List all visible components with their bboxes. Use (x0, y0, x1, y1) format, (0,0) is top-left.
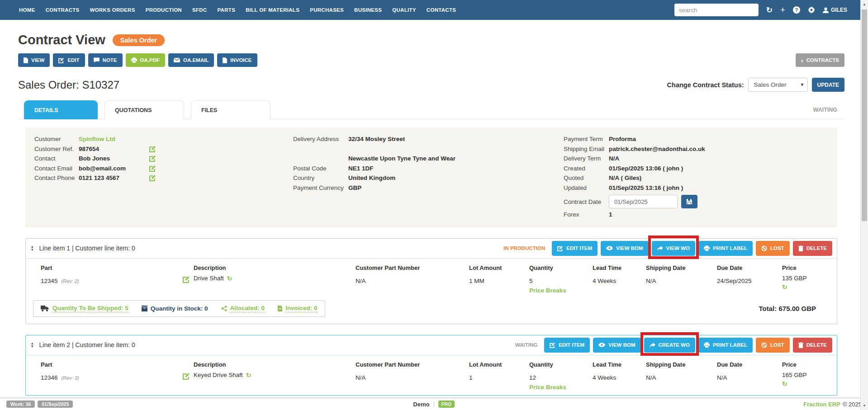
demo-label: Demo (413, 401, 430, 408)
nav-purchases[interactable]: PURCHASES (310, 7, 344, 13)
drag-sort-handle-icon[interactable]: ▴ ▾ (31, 245, 33, 251)
create-wo-button[interactable]: CREATE WO (644, 338, 695, 353)
view-wo-button[interactable]: VIEW WO (652, 241, 695, 256)
edit-item-button[interactable]: EDIT ITEM (552, 241, 598, 256)
line-item-status: WAITING (515, 342, 537, 348)
payment-term-label: Payment Term (564, 136, 609, 142)
view-bom-button[interactable]: VIEW BOM (601, 241, 648, 256)
tab-quotations[interactable]: QUOTATIONS (104, 100, 184, 119)
line-item-2: ▴ ▾ Line item 2 | Customer line item: 0 … (25, 335, 837, 396)
help-icon[interactable]: ? (793, 6, 800, 14)
allocated-link[interactable]: Allocated: 0 (230, 305, 265, 312)
refresh-icon[interactable]: ↻ (766, 5, 773, 15)
main-menu: HOME CONTRACTS WORKS ORDERS PRODUCTION S… (19, 7, 456, 13)
back-to-contracts-button[interactable]: ‹ CONTRACTS (796, 53, 844, 67)
edit-part-icon[interactable] (183, 276, 194, 283)
sync-price-icon[interactable]: ↻ (782, 283, 831, 291)
price-breaks-link[interactable]: Price Breaks (529, 384, 566, 391)
scroll-up-arrow-icon[interactable]: ▲ (861, 2, 868, 6)
print-label-button[interactable]: PRINT LABEL (698, 241, 753, 256)
edit-contact-phone-icon[interactable] (149, 174, 156, 181)
edit-customer-ref-icon[interactable] (149, 146, 156, 152)
file-icon (24, 57, 28, 63)
sync-description-icon[interactable]: ↻ (227, 275, 232, 282)
edit-contact-email-icon[interactable] (149, 165, 156, 172)
sync-description-icon[interactable]: ↻ (246, 372, 251, 379)
nav-home[interactable]: HOME (19, 7, 35, 13)
contact-phone-label: Contact Phone (34, 174, 79, 181)
file-icon (223, 57, 227, 63)
oa-email-button[interactable]: OA.EMAIL (168, 53, 214, 67)
oa-pdf-button[interactable]: OA.PDF (126, 53, 165, 67)
drag-sort-handle-icon[interactable]: ▴ ▾ (31, 342, 33, 348)
line-item-1: ▴ ▾ Line item 1 | Customer line item: 0 … (25, 238, 837, 324)
col-header-part: Part (41, 264, 194, 271)
copyright-text: © 2025 (843, 401, 862, 408)
quantity-to-be-shipped-link[interactable]: Quantity To Be Shipped: 5 (52, 305, 128, 312)
view-button[interactable]: VIEW (18, 53, 50, 67)
update-status-button[interactable]: UPDATE (812, 78, 844, 92)
edit-item-button[interactable]: EDIT ITEM (544, 338, 590, 353)
col-header-shipping-date: Shipping Date (646, 264, 717, 271)
nav-parts[interactable]: PARTS (218, 7, 236, 13)
delete-button[interactable]: DELETE (793, 338, 832, 353)
customer-link[interactable]: Spinflow Ltd (79, 136, 147, 142)
contract-date-input[interactable] (609, 195, 678, 208)
print-label-button[interactable]: PRINT LABEL (698, 338, 753, 353)
tab-files[interactable]: FILES (191, 100, 270, 119)
part-description: Drive Shaft (194, 275, 224, 282)
settings-gear-icon[interactable] (808, 6, 815, 14)
lost-button[interactable]: LOST (756, 241, 790, 256)
customer-details: Customer Spinflow Ltd Customer Ref. 9876… (34, 134, 293, 220)
note-button[interactable]: NOTE (88, 53, 123, 67)
payment-details: Payment Term Proforma Shipping Email pat… (564, 134, 828, 220)
edit-pencil-icon (550, 342, 555, 348)
nav-bill-of-materials[interactable]: BILL OF MATERIALS (246, 7, 299, 13)
tab-details[interactable]: DETAILS (24, 100, 98, 119)
line-item-stats: Quantity To Be Shipped: 5 Quantity in St… (33, 300, 325, 317)
nav-sfdc[interactable]: SFDC (192, 7, 207, 13)
quantity-in-stock-text: Quantity in Stock: 0 (151, 305, 208, 312)
customer-part-number-value: N/A (356, 278, 469, 284)
invoiced-link[interactable]: Invoiced: 0 (285, 305, 318, 312)
save-contract-date-button[interactable] (681, 195, 697, 208)
contact-phone-value: 0121 123 4567 (79, 174, 147, 181)
postal-code-value: NE1 1DF (348, 165, 374, 172)
search-input[interactable] (674, 4, 759, 16)
add-icon[interactable]: + (780, 5, 785, 15)
brand-name: Fraction ERP (803, 401, 840, 408)
customer-ref-label: Customer Ref. (34, 146, 79, 152)
user-menu[interactable]: GILES (823, 7, 847, 13)
printer-icon (704, 342, 710, 348)
edit-button[interactable]: EDIT (53, 53, 85, 67)
col-header-lot-amount: Lot Amount (469, 264, 529, 271)
user-icon (823, 7, 829, 13)
scrollbar-thumb[interactable] (862, 9, 867, 221)
nav-quality[interactable]: QUALITY (392, 7, 416, 13)
edit-contact-icon[interactable] (149, 155, 156, 162)
col-header-customer-part-number: Customer Part Number (356, 264, 469, 271)
price-breaks-link[interactable]: Price Breaks (529, 287, 566, 294)
nav-contacts[interactable]: CONTACTS (427, 7, 456, 13)
nav-business[interactable]: BUSINESS (354, 7, 382, 13)
part-revision: (Rev: 2) (61, 278, 79, 284)
stock-box-icon (142, 306, 147, 311)
change-contract-status: Change Contract Status: Sales Order ▾ UP… (667, 78, 844, 92)
eye-icon (606, 246, 613, 250)
edit-part-icon[interactable] (183, 372, 194, 380)
nav-contracts[interactable]: CONTRACTS (46, 7, 80, 13)
nav-production[interactable]: PRODUCTION (146, 7, 182, 13)
sync-price-icon[interactable]: ↻ (782, 380, 831, 387)
footer-divider (434, 401, 434, 407)
quantity-value: 5 (529, 278, 593, 284)
delete-button[interactable]: DELETE (793, 241, 832, 256)
lost-button[interactable]: LOST (756, 338, 790, 353)
edit-pencil-icon (557, 245, 563, 251)
scroll-down-arrow-icon[interactable]: ▼ (861, 404, 868, 408)
view-bom-button[interactable]: VIEW BOM (593, 338, 640, 353)
updated-value: 01/Sep/2025 13:16 ( john ) (609, 184, 683, 191)
invoice-button[interactable]: INVOICE (217, 53, 257, 67)
nav-works-orders[interactable]: WORKS ORDERS (90, 7, 135, 13)
contract-status-select[interactable]: Sales Order (748, 78, 808, 92)
col-header-description: Description (194, 264, 356, 271)
